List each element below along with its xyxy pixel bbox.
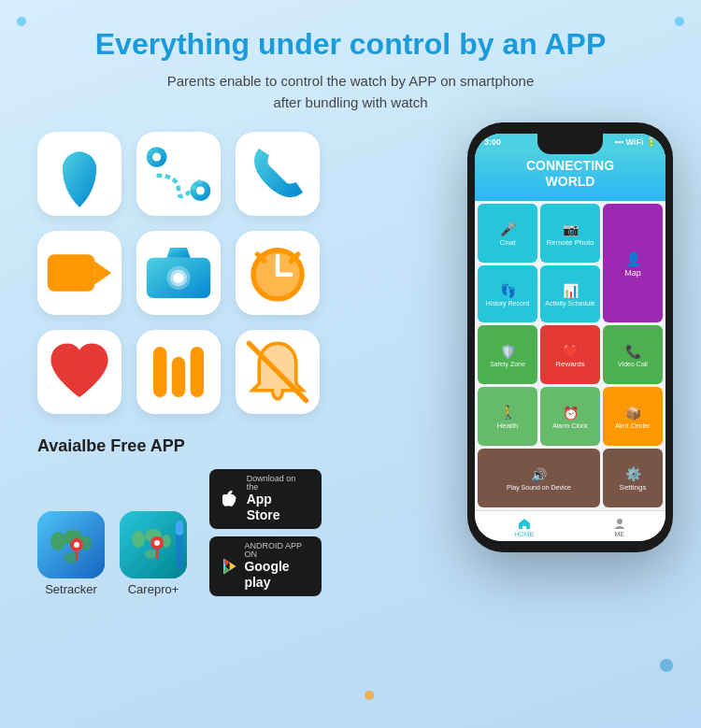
setracker-icon-svg [37,511,105,578]
feature-icon-phone [236,132,320,216]
home-nav-icon [518,517,531,530]
phone-mockup: 3:00 ▪▪▪ WiFi 🔋 CONNECTING WORLD 🎤 Chat … [467,122,673,552]
phone-icon [236,132,320,216]
alert-cell-label: Alert Center [615,422,650,429]
app-section: Avaialbe Free APP [37,436,449,595]
rewards-cell-label: Rewards [555,360,585,368]
alarm-cell-icon: ⏰ [563,406,579,421]
setracker-icon [37,511,105,578]
phone-app-header: CONNECTING WORLD [475,150,665,201]
phone-nav-me[interactable]: ME [613,517,626,537]
phone-nav-home[interactable]: HOME [514,517,534,537]
play-sound-cell-label: Play Sound on Device [507,484,571,491]
carepro-app: Carepro+ [120,511,187,596]
svg-point-11 [174,273,184,283]
apple-icon [222,489,239,509]
svg-point-35 [154,540,160,546]
safety-cell-icon: 🛡️ [500,344,516,359]
video-icon [37,231,122,315]
grid-cell-play-sound[interactable]: 🔊 Play Sound on Device [478,449,600,507]
feature-icon-camera [136,231,221,315]
bell-mute-icon [236,330,320,414]
video-call-cell-label: Video Call [618,361,648,367]
google-play-button[interactable]: ANDROID APP ON Google play [209,536,322,596]
feature-icon-filter [136,330,221,414]
remote-photo-cell-label: Remote Photo [546,238,594,247]
svg-point-28 [74,542,79,548]
phone-notch [537,134,603,154]
header: Everything under control by an APP Paren… [0,0,701,113]
settings-cell-icon: ⚙️ [625,466,641,481]
safety-cell-label: Safety Zone [490,361,525,367]
setracker-app: Setracker [37,511,105,596]
chat-cell-icon: 🎤 [500,221,516,236]
feature-icon-map-route [136,132,221,216]
rewards-cell-icon: ❤️ [563,343,579,358]
grid-cell-settings[interactable]: ⚙️ Settings [603,449,663,507]
svg-rect-37 [176,521,183,535]
map-route-icon [136,132,221,216]
grid-cell-rewards[interactable]: ❤️ Rewards [540,325,600,384]
health-cell-icon: 🚶 [500,405,516,420]
video-call-cell-icon: 📞 [625,344,641,359]
decoration-dot-tl [17,17,26,26]
grid-cell-remote-photo[interactable]: 📷 Remote Photo [540,204,600,263]
page-title: Everything under control by an APP [0,26,701,62]
chat-cell-label: Chat [500,238,516,247]
app-store-text: Download on the App Store [247,475,308,523]
phone-nav-bar: HOME ME [475,510,665,541]
app-row: Setracker [37,469,449,595]
decoration-dot-tr [675,17,684,26]
grid-cell-alarm[interactable]: ⏰ Alarm Clock [540,387,600,446]
grid-cell-map[interactable]: 👤 Map [603,204,663,322]
alarm-icon [236,231,320,315]
svg-rect-20 [191,347,204,397]
play-sound-cell-icon: 🔊 [531,467,547,482]
grid-cell-alert[interactable]: 📦 Alert Center [603,387,663,446]
setracker-label: Setracker [45,582,97,596]
location-icon [37,132,122,216]
left-panel: Avaialbe Free APP [37,132,449,595]
app-store-button[interactable]: Download on the App Store [209,469,322,529]
svg-point-3 [152,153,161,162]
phone-time: 3:00 [484,137,501,147]
google-play-icon [222,557,236,576]
activity-cell-label: Activity Schedule [545,300,594,307]
filter-icon [136,330,221,414]
feature-icon-location [37,132,122,216]
svg-rect-19 [172,357,185,397]
history-cell-icon: 👣 [500,283,516,298]
camera-icon [136,231,221,315]
history-cell-label: History Record [486,300,529,307]
svg-point-30 [132,531,145,548]
feature-icon-video [37,231,122,315]
map-cell-label: Map [624,268,641,278]
grid-cell-video-call[interactable]: 📞 Video Call [603,325,663,384]
map-cell-icon: 👤 [625,251,641,266]
feature-icon-heart [37,330,122,414]
feature-icons-grid [37,132,449,414]
alert-cell-icon: 📦 [625,406,641,421]
phone-app-grid: 🎤 Chat 📷 Remote Photo 👤 Map 👣 History Re… [475,201,665,510]
store-buttons: Download on the App Store [209,469,322,595]
health-cell-label: Health [496,421,518,430]
phone-app-title: CONNECTING WORLD [484,158,656,190]
svg-point-5 [196,187,205,195]
svg-point-43 [617,519,622,524]
carepro-icon-svg [120,511,187,578]
google-play-text: ANDROID APP ON Google play [244,542,308,591]
grid-cell-history[interactable]: 👣 History Record [478,265,537,322]
alarm-cell-label: Alarm Clock [552,422,588,429]
carepro-label: Carepro+ [128,582,179,596]
svg-point-23 [50,532,65,550]
settings-cell-label: Settings [620,483,647,492]
svg-marker-40 [230,563,236,571]
heart-icon [37,330,122,414]
grid-cell-chat[interactable]: 🎤 Chat [478,204,537,263]
carepro-icon [120,511,187,578]
svg-marker-7 [94,262,111,285]
grid-cell-health[interactable]: 🚶 Health [478,387,537,446]
phone-screen: 3:00 ▪▪▪ WiFi 🔋 CONNECTING WORLD 🎤 Chat … [475,134,665,541]
grid-cell-safety[interactable]: 🛡️ Safety Zone [478,325,537,384]
grid-cell-activity[interactable]: 📊 Activity Schedule [540,265,600,322]
